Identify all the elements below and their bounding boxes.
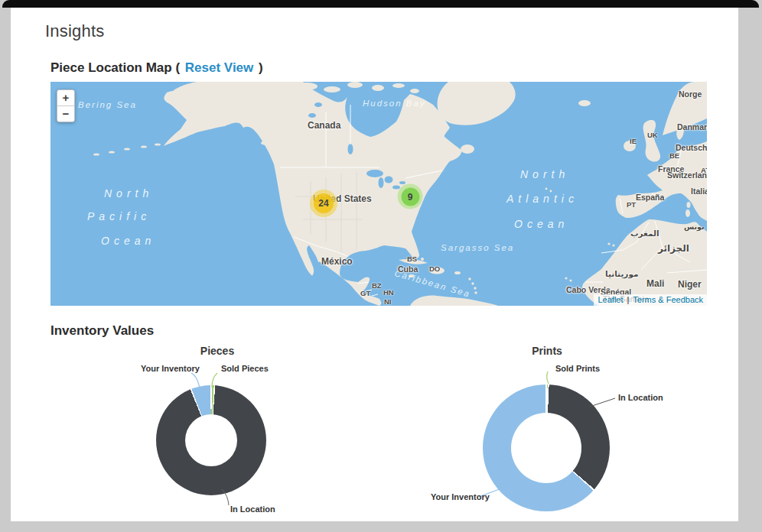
terms-feedback-link[interactable]: Terms & Feedback <box>633 295 703 304</box>
prints-label-sold-prints: Sold Prints <box>555 364 600 373</box>
insights-page: Insights Piece Location Map ( Reset View… <box>11 8 738 521</box>
prints-donut-hole <box>511 413 581 483</box>
zoom-in-button[interactable]: + <box>57 90 74 106</box>
leaflet-map[interactable]: Bering SeaHudson BaySargasso SeaCaribbea… <box>50 82 707 306</box>
prints-donut[interactable] <box>483 384 610 511</box>
reset-view-link[interactable]: Reset View <box>185 60 253 75</box>
pieces-label-your-inventory: Your Inventory <box>141 364 200 373</box>
leaflet-link[interactable]: Leaflet <box>598 295 623 304</box>
pieces-donut[interactable] <box>156 385 266 495</box>
page-title: Insights <box>45 21 104 41</box>
map-heading-prefix: Piece Location Map ( <box>50 60 180 75</box>
marker-cluster-9[interactable]: 9 <box>398 184 423 209</box>
map-basemap <box>50 82 707 306</box>
pieces-donut-hole <box>185 414 237 466</box>
pieces-chart-title: Pieces <box>110 345 324 357</box>
prints-chart-title: Prints <box>424 345 670 357</box>
prints-chart: Prints Sold Prints In Location Your Inve… <box>424 342 670 532</box>
map-zoom-control: + − <box>57 89 75 122</box>
map-section-heading: Piece Location Map ( Reset View ) <box>50 60 263 76</box>
map-attribution: Leaflet | Terms & Feedback <box>594 294 707 306</box>
marker-cluster-count: 24 <box>314 193 334 213</box>
pieces-label-sold-pieces: Sold Pieces <box>221 364 269 373</box>
pieces-chart: Pieces Your Inventory Sold Pieces In Loc… <box>110 342 324 526</box>
prints-label-your-inventory: Your Inventory <box>431 492 490 501</box>
attribution-separator: | <box>627 295 630 304</box>
window-top-bar <box>2 0 759 8</box>
map-heading-suffix: ) <box>259 60 263 75</box>
marker-cluster-24[interactable]: 24 <box>310 190 337 217</box>
marker-cluster-count: 9 <box>401 187 419 206</box>
prints-label-in-location: In Location <box>618 393 663 402</box>
zoom-out-button[interactable]: − <box>57 106 74 122</box>
pieces-label-in-location: In Location <box>230 504 275 514</box>
inventory-values-heading: Inventory Values <box>50 323 154 339</box>
